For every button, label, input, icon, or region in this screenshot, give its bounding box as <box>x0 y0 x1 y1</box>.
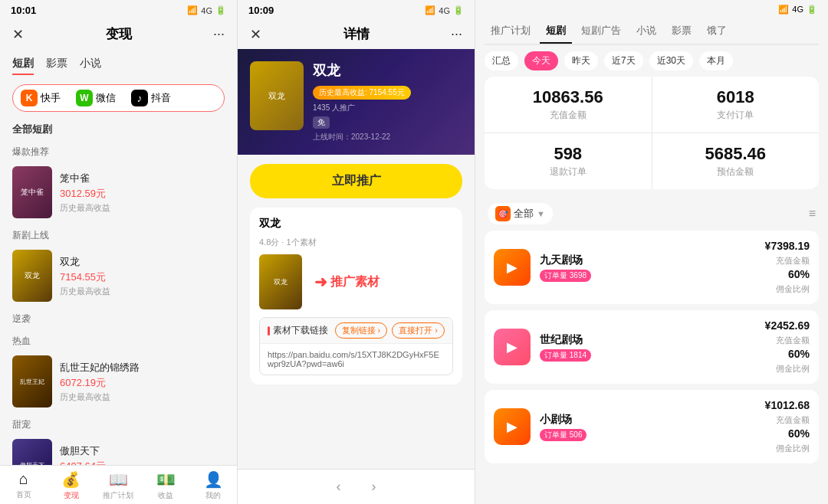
nav-income[interactable]: 💵 收益 <box>142 470 189 501</box>
status-icons-2: 📶 4G 🔋 <box>425 5 464 15</box>
download-title: 素材下载链接 <box>268 324 328 337</box>
category-action: 热血 <box>0 329 237 351</box>
panel-detail: 10:09 📶 4G 🔋 ✕ 详情 ··· 双龙 双龙 历史最高收益: 7154… <box>238 0 475 504</box>
drama-card-xiao[interactable]: ▶ 小剧场 订单量 506 ¥1012.68 充值金额 60% 佣金比例 <box>485 390 819 463</box>
filter-7days[interactable]: 近7天 <box>604 51 643 70</box>
list-view-icon[interactable]: ≡ <box>809 207 816 221</box>
open-link-button[interactable]: 直接打开 › <box>392 322 445 339</box>
weixin-label: 微信 <box>96 91 116 105</box>
tab-hungry[interactable]: 饿了 <box>701 18 733 44</box>
platform-weixin[interactable]: W 微信 <box>76 90 116 106</box>
filter-yesterday[interactable]: 昨天 <box>564 51 598 70</box>
card-badge-xiao: 订单量 506 <box>540 429 586 441</box>
drama-thumb-shuanglong: 双龙 <box>12 250 52 302</box>
tab-novel[interactable]: 小说 <box>80 54 101 75</box>
close-icon-2[interactable]: ✕ <box>250 26 261 43</box>
download-section: 素材下载链接 复制链接 › 直接打开 › https://pan.baidu.c… <box>259 317 453 375</box>
tab-movie-ticket[interactable]: 影票 <box>665 18 698 44</box>
panel-stats: 📶 4G 🔋 推广计划 短剧 短剧广告 小说 影票 饿了 汇总 今天 昨天 近7… <box>475 0 828 504</box>
stats-grid: 10863.56 充值金额 6018 支付订单 598 退款订单 5685.46… <box>485 77 819 189</box>
list-item[interactable]: 乱世王妃 乱世王妃的锦绣路 6072.19元 历史最高收益 <box>0 351 237 412</box>
stat-pay-order: 6018 支付订单 <box>652 77 820 133</box>
drama-info-luanshi: 乱世王妃的锦绣路 6072.19元 历史最高收益 <box>60 361 225 403</box>
list-item[interactable]: 双龙 双龙 7154.55元 历史最高收益 <box>0 245 237 306</box>
kuaishou-icon: K <box>21 90 38 106</box>
card-amount-label-jiutian: 充值金额 <box>776 255 810 267</box>
stat-estimate-amount: 5685.46 预估金额 <box>652 133 820 189</box>
drama-info-shuanglong: 双龙 7154.55元 历史最高收益 <box>60 255 225 297</box>
platform-douyin[interactable]: ♪ 抖音 <box>131 90 171 106</box>
stat-refund-order: 598 退款订单 <box>485 133 652 189</box>
drama-info-longniao: 笼中雀 3012.59元 历史最高收益 <box>60 172 225 214</box>
more-icon-2[interactable]: ··· <box>451 26 462 42</box>
close-icon[interactable]: ✕ <box>12 26 24 43</box>
kuaishou-label: 快手 <box>41 91 61 105</box>
status-icons-1: 📶 4G 🔋 <box>187 5 226 15</box>
download-header: 素材下载链接 复制链接 › 直接打开 › <box>260 318 452 344</box>
tab-movie[interactable]: 影票 <box>46 54 67 75</box>
copy-link-button[interactable]: 复制链接 › <box>335 322 388 339</box>
tab-drama-ad[interactable]: 短剧广告 <box>575 18 627 44</box>
hero-badge: 历史最高收益: 7154.55元 <box>313 86 411 100</box>
stat-value-charge: 10863.56 <box>533 87 603 107</box>
card-info-shiji: 世纪剧场 订单量 1814 <box>540 333 756 362</box>
download-buttons: 复制链接 › 直接打开 › <box>335 322 445 339</box>
card-info-xiao: 小剧场 订单量 506 <box>540 413 756 441</box>
material-rating: 4.8分 · 1个素材 <box>259 237 453 248</box>
filter-30days[interactable]: 近30天 <box>649 51 693 70</box>
douyin-label: 抖音 <box>151 91 171 105</box>
time-1: 10:01 <box>11 5 36 16</box>
nav-monetize[interactable]: 💰 变现 <box>48 470 95 501</box>
category-sweet: 甜宠 <box>0 412 237 434</box>
prev-arrow[interactable]: ‹ <box>337 479 341 495</box>
material-arrow: ➜ 推广素材 <box>314 254 380 309</box>
panel-monetize: 10:01 📶 4G 🔋 ✕ 变现 ··· 短剧 影票 小说 K 快手 W 微信… <box>0 0 238 504</box>
status-bar-1: 10:01 📶 4G 🔋 <box>0 0 237 19</box>
card-name-jiutian: 九天剧场 <box>540 254 756 267</box>
drama-card-shiji[interactable]: ▶ 世纪剧场 订单量 1814 ¥2452.69 充值金额 60% 佣金比例 <box>485 310 819 384</box>
category-reverse: 逆袭 <box>0 306 237 329</box>
card-amount-shiji: ¥2452.69 <box>765 319 810 332</box>
material-thumbs: 双龙 ➜ 推广素材 <box>259 254 453 309</box>
channel-selector[interactable]: 🎯 全部 ▼ <box>488 203 553 224</box>
drama-thumb-luanshi: 乱世王妃 <box>12 355 52 407</box>
promote-button[interactable]: 立即推广 <box>250 164 462 198</box>
home-icon: ⌂ <box>19 470 28 488</box>
panel2-nav: ‹ › <box>238 469 475 504</box>
panel1-header: ✕ 变现 ··· <box>0 19 237 49</box>
filter-summary[interactable]: 汇总 <box>485 51 518 70</box>
douyin-icon: ♪ <box>131 90 148 106</box>
filter-row: 汇总 今天 昨天 近7天 近30天 本月 <box>475 45 828 77</box>
nav-home[interactable]: ⌂ 首页 <box>0 470 48 501</box>
platform-kuaishou[interactable]: K 快手 <box>21 90 61 106</box>
stat-label-charge: 充值金额 <box>550 109 586 122</box>
download-url: https://pan.baidu.com/s/15XTJ8K2DGyHxF5E… <box>260 344 452 375</box>
tab-short-drama[interactable]: 短剧 <box>540 18 572 44</box>
tab-promote-plan[interactable]: 推广计划 <box>485 18 537 44</box>
card-name-xiao: 小剧场 <box>540 413 756 427</box>
drama-info-aodang: 傲胆天下 6497.64元 历史最高收益 <box>60 444 225 466</box>
card-amount-xiao: ¥1012.68 <box>765 399 810 411</box>
tab-drama[interactable]: 短剧 <box>12 54 34 75</box>
drama-card-jiutian[interactable]: ▶ 九天剧场 订单量 3698 ¥7398.19 充值金额 60% 佣金比例 <box>485 231 819 304</box>
bottom-nav: ⌂ 首页 💰 变现 📖 推广计划 💵 收益 👤 我的 <box>0 465 237 504</box>
hero-info: 双龙 历史最高收益: 7154.55元 1435 人推广 免 上线时间：2023… <box>313 61 462 142</box>
nav-profile[interactable]: 👤 我的 <box>189 470 237 501</box>
tab-novel[interactable]: 小说 <box>630 18 662 44</box>
filter-month[interactable]: 本月 <box>699 51 733 70</box>
card-percent-xiao: 60% <box>788 427 810 440</box>
list-item[interactable]: 傲胆天下 傲胆天下 6497.64元 历史最高收益 <box>0 434 237 465</box>
next-arrow[interactable]: › <box>372 479 376 495</box>
more-icon[interactable]: ··· <box>213 26 225 42</box>
nav-promote[interactable]: 📖 推广计划 <box>95 470 143 501</box>
drama-thumb-aodang: 傲胆天下 <box>12 439 52 465</box>
main-tabs: 推广计划 短剧 短剧广告 小说 影票 饿了 <box>475 18 828 44</box>
card-right-jiutian: ¥7398.19 充值金额 60% 佣金比例 <box>765 240 810 295</box>
list-item[interactable]: 笼中雀 笼中雀 3012.59元 历史最高收益 <box>0 162 237 223</box>
panel2-header: ✕ 详情 ··· <box>238 19 475 49</box>
platform-selector: K 快手 W 微信 ♪ 抖音 <box>12 84 225 112</box>
stat-label-refund: 退款订单 <box>550 165 586 178</box>
material-thumb-1: 双龙 <box>259 254 302 309</box>
filter-today[interactable]: 今天 <box>524 51 558 70</box>
detail-hero: 双龙 双龙 历史最高收益: 7154.55元 1435 人推广 免 上线时间：2… <box>238 49 475 155</box>
